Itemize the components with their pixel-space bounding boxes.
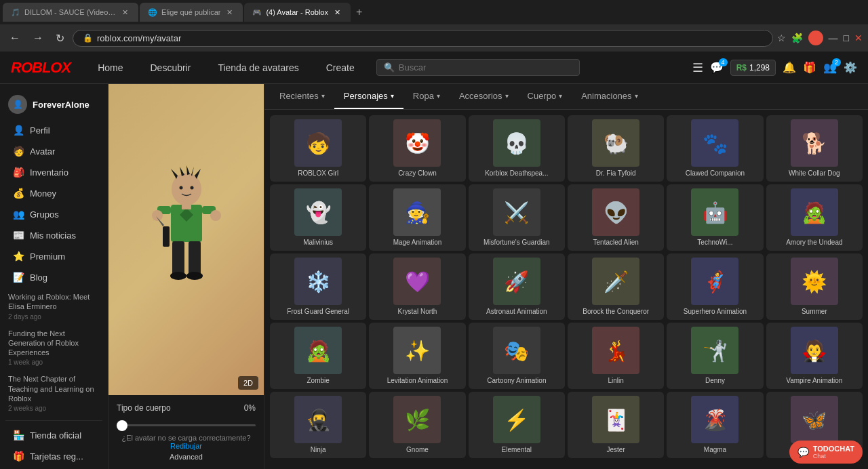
personajes-arrow: ▾ <box>391 92 394 100</box>
catalog-item-5[interactable]: 🐕 White Collar Dog <box>766 115 863 182</box>
back-button[interactable]: ← <box>5 30 24 45</box>
catalog-item-19[interactable]: ✨ Levitation Animation <box>369 323 465 389</box>
tab-1-close[interactable]: ✕ <box>120 7 130 18</box>
catalog-item-26[interactable]: ⚡ Elemental <box>469 392 565 458</box>
blog-item-2[interactable]: Funding the Next Generation of Roblox Ex… <box>0 325 108 371</box>
tab-2[interactable]: 🌐 Elige qué publicar ✕ <box>140 3 243 22</box>
catalog-item-7[interactable]: 🧙 Mage Animation <box>369 184 465 251</box>
avatar-section: 2D Tipo de cuerpo 0% ¿El avatar no se ca… <box>108 84 264 469</box>
sidebar-item-money[interactable]: 💰 Money <box>3 183 105 203</box>
catalog-item-thumb-15: 🗡️ <box>592 258 639 305</box>
catalog-item-13[interactable]: 💜 Krystal North <box>369 253 465 320</box>
chat-button[interactable]: 💬 4 <box>710 61 724 74</box>
menu-icon-button[interactable]: ☰ <box>692 60 703 75</box>
sidebar-item-grupos[interactable]: 👥 Grupos <box>3 204 105 224</box>
catalog-item-15[interactable]: 🗡️ Borock the Conqueror <box>568 253 664 320</box>
catalog-item-25[interactable]: 🌿 Gnome <box>369 392 465 458</box>
catalog-item-thumb-27: 🃏 <box>592 396 639 443</box>
nav-descubrir[interactable]: Descubrir <box>144 60 196 76</box>
notification-button[interactable]: 🔔 <box>783 61 796 74</box>
catalog-item-name-8: Misfortune's Guardian <box>484 239 550 247</box>
catalog-item-1[interactable]: 🤡 Crazy Clown <box>369 115 465 182</box>
sidebar-item-noticias[interactable]: 📰 Mis noticias <box>3 225 105 245</box>
tab-personajes[interactable]: Personajes ▾ <box>334 84 403 109</box>
catalog-item-3[interactable]: 🐏 Dr. Fia Tyfoid <box>568 115 664 182</box>
sidebar-item-premium[interactable]: ⭐ Premium <box>3 246 105 266</box>
refresh-button[interactable]: ↻ <box>52 30 68 46</box>
catalog-item-27[interactable]: 🃏 Jester <box>568 392 664 458</box>
sidebar-item-avatar[interactable]: 🧑 Avatar <box>3 141 105 161</box>
avatar-question: ¿El avatar no se carga correctamente? Re… <box>117 434 256 450</box>
friends-button[interactable]: 👥 2 <box>823 61 837 74</box>
search-bar[interactable]: 🔍 <box>376 59 580 76</box>
advanced-link[interactable]: Advanced <box>117 453 256 461</box>
catalog-item-23[interactable]: 🧛 Vampire Animation <box>766 323 863 389</box>
catalog-item-21[interactable]: 💃 Linlin <box>568 323 664 389</box>
nav-home[interactable]: Home <box>92 60 128 76</box>
sidebar-item-tarjetas[interactable]: 🎁 Tarjetas reg... <box>3 446 105 466</box>
tab-cuerpo[interactable]: Cuerpo ▾ <box>518 84 572 109</box>
sidebar-item-tienda-oficial[interactable]: 🏪 Tienda oficial <box>3 425 105 445</box>
extensions-button[interactable]: 🧩 <box>791 33 803 43</box>
catalog-item-name-4: Clawed Companion <box>686 169 745 178</box>
roblox-logo[interactable]: ROBLOX <box>11 59 71 77</box>
catalog-item-17[interactable]: 🌞 Summer <box>766 253 863 320</box>
svg-rect-19 <box>163 226 170 247</box>
search-input[interactable] <box>399 62 572 73</box>
nav-tienda[interactable]: Tienda de avatares <box>212 60 304 76</box>
catalog-item-4[interactable]: 🐾 Clawed Companion <box>667 115 763 182</box>
forward-button[interactable]: → <box>28 30 47 45</box>
catalog-item-10[interactable]: 🤖 TechnoWi... <box>667 184 763 251</box>
catalog-item-16[interactable]: 🦸 Superhero Animation <box>667 253 763 320</box>
tab-accesorios[interactable]: Accesorios ▾ <box>450 84 518 109</box>
tab-ropa[interactable]: Ropa ▾ <box>403 84 450 109</box>
catalog-item-name-11: Amory the Undead <box>786 239 842 247</box>
redibujar-link[interactable]: Redibujar <box>170 442 202 450</box>
catalog-item-2[interactable]: 💀 Korblox Deathspea... <box>469 115 565 182</box>
todochat-widget[interactable]: 💬 TODOCHAT Chat <box>789 441 863 464</box>
tab-recientes[interactable]: Recientes ▾ <box>270 84 334 109</box>
catalog-item-20[interactable]: 🎭 Cartoony Animation <box>469 323 565 389</box>
catalog-item-24[interactable]: 🥷 Ninja <box>270 392 366 458</box>
settings-button[interactable]: ⚙️ <box>844 61 857 74</box>
catalog-item-name-22: Denny <box>705 377 725 385</box>
sidebar-item-inventario[interactable]: 🎒 Inventario <box>3 162 105 182</box>
tab-animaciones[interactable]: Animaciones ▾ <box>572 84 647 109</box>
svg-point-17 <box>170 272 186 280</box>
bookmark-button[interactable]: ☆ <box>777 33 786 43</box>
minimize-button[interactable]: — <box>829 33 838 43</box>
catalog-item-9[interactable]: 👽 Tentacled Alien <box>568 184 664 251</box>
catalog-item-0[interactable]: 🧒 ROBLOX Girl <box>270 115 366 182</box>
close-button[interactable]: ✕ <box>854 33 863 43</box>
blog-item-1[interactable]: Working at Roblox: Meet Elisa Erminero 2… <box>0 288 108 325</box>
tienda-oficial-icon: 🏪 <box>12 430 24 441</box>
profile-button[interactable] <box>808 30 823 45</box>
tab-1[interactable]: 🎵 DILLOM - SAUCE (Videoclip... ✕ <box>3 3 138 22</box>
avatar-2d-button[interactable]: 2D <box>238 376 258 390</box>
body-type-slider[interactable] <box>117 424 256 426</box>
url-bar[interactable]: 🔒 roblox.com/my/avatar <box>73 30 773 47</box>
catalog-item-22[interactable]: 🤺 Denny <box>667 323 763 389</box>
catalog-item-thumb-17: 🌞 <box>791 258 838 305</box>
catalog-item-8[interactable]: ⚔️ Misfortune's Guardian <box>469 184 565 251</box>
catalog-item-6[interactable]: 👻 Malivinius <box>270 184 366 251</box>
tab-2-close[interactable]: ✕ <box>224 7 235 18</box>
sidebar-item-blog[interactable]: 📝 Blog <box>3 267 105 287</box>
tab-3-close[interactable]: ✕ <box>332 7 342 18</box>
robux-button[interactable]: R$ 1,298 <box>730 60 776 76</box>
nav-create[interactable]: Create <box>321 60 360 76</box>
blog-item-3[interactable]: The Next Chapter of Teaching and Learnin… <box>0 370 108 416</box>
catalog-item-name-0: ROBLOX Girl <box>298 169 338 178</box>
catalog-item-14[interactable]: 🚀 Astronaut Animation <box>469 253 565 320</box>
catalog-item-28[interactable]: 🌋 Magma <box>667 392 763 458</box>
catalog-item-thumb-11: 🧟 <box>791 188 838 236</box>
new-tab-button[interactable]: + <box>352 6 366 18</box>
catalog-item-12[interactable]: ❄️ Frost Guard General <box>270 253 366 320</box>
catalog-item-11[interactable]: 🧟 Amory the Undead <box>766 184 863 251</box>
tab-3[interactable]: 🎮 (4) Avatar - Roblox ✕ <box>244 3 351 22</box>
maximize-button[interactable]: □ <box>844 33 849 43</box>
recientes-arrow: ▾ <box>321 92 325 100</box>
sidebar-item-perfil[interactable]: 👤 Perfil <box>3 120 105 140</box>
catalog-item-18[interactable]: 🧟 Zombie <box>270 323 366 389</box>
gift-button[interactable]: 🎁 <box>803 61 816 74</box>
